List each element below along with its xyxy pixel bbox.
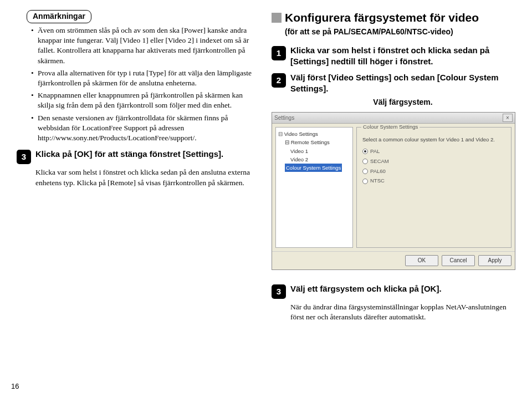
window-button-row: OK Cancel Apply xyxy=(272,251,515,269)
ok-button[interactable]: OK xyxy=(405,255,438,266)
right-step3-desc: När du ändrar dina färgsysteminställning… xyxy=(272,302,515,322)
left-step3-desc: Klicka var som helst i fönstret och klic… xyxy=(17,167,255,187)
tree-node-video-settings[interactable]: Video Settings xyxy=(278,130,350,138)
left-step3: 3 Klicka på [OK] för att stänga fönstret… xyxy=(17,149,255,164)
page-number: 16 xyxy=(11,381,19,391)
radio-secam[interactable]: SECAM xyxy=(362,158,505,165)
window-title: Settings xyxy=(274,114,503,122)
section-subtitle: (för att se på PAL/SECAM/PAL60/NTSC-vide… xyxy=(285,27,515,37)
settings-window: Settings × Video Settings ⊟ Remote Setti… xyxy=(272,112,515,270)
note-bullet: Prova alla alternativen för typ i ruta [… xyxy=(32,68,255,88)
settings-tree[interactable]: Video Settings ⊟ Remote Settings Video 1… xyxy=(275,127,353,248)
note-bullet: Knappnamnen eller knappnumren på fjärrko… xyxy=(32,90,255,110)
tree-node-remote-settings[interactable]: ⊟ Remote Settings xyxy=(285,139,330,145)
left-column: Anmärkningar Även om strömmen slås på oc… xyxy=(17,10,255,327)
tree-node-colour-system[interactable]: Colour System Settings xyxy=(285,164,342,172)
section-square-icon xyxy=(272,13,282,23)
note-bullet: Även om strömmen slås på och av som den … xyxy=(32,26,255,66)
step-text: Välj ett färgsystem och klicka på [OK]. xyxy=(290,283,515,294)
radio-icon xyxy=(362,159,368,164)
colour-system-group: Colour System Settings Select a common c… xyxy=(356,127,511,248)
right-step1: 1 Klicka var som helst i fönstret och kl… xyxy=(272,45,515,67)
group-description: Select a common colour system for Video … xyxy=(362,136,505,144)
step2-subtext: Välj färgsystem. xyxy=(290,97,515,108)
radio-icon xyxy=(362,179,368,184)
step-text: Klicka på [OK] för att stänga fönstret [… xyxy=(35,149,255,160)
note-bullets: Även om strömmen slås på och av som den … xyxy=(17,26,255,143)
apply-button[interactable]: Apply xyxy=(478,255,511,266)
radio-icon xyxy=(362,149,368,154)
section-title: Konfigurera färgsystemet för video xyxy=(285,10,479,26)
right-step3: 3 Välj ett färgsystem och klicka på [OK]… xyxy=(272,283,515,299)
group-label: Colour System Settings xyxy=(361,124,420,131)
window-titlebar: Settings × xyxy=(272,113,515,124)
radio-pal[interactable]: PAL xyxy=(362,148,505,155)
close-icon[interactable]: × xyxy=(503,114,513,122)
radio-pal60[interactable]: PAL60 xyxy=(362,168,505,175)
step-number-badge: 3 xyxy=(272,284,286,299)
radio-ntsc[interactable]: NTSC xyxy=(362,177,505,185)
section-heading: Konfigurera färgsystemet för video xyxy=(272,10,515,26)
step-text: Klicka var som helst i fönstret och klic… xyxy=(290,45,515,67)
right-step2: 2 Välj först [Video Settings] och sedan … xyxy=(272,72,515,94)
step-number-badge: 3 xyxy=(17,150,31,164)
radio-icon xyxy=(362,169,368,174)
tree-node-video2[interactable]: Video 2 xyxy=(278,155,350,164)
right-column: Konfigurera färgsystemet för video (för … xyxy=(272,10,515,327)
note-badge: Anmärkningar xyxy=(27,10,91,23)
step-number-badge: 2 xyxy=(272,73,286,88)
tree-node-video1[interactable]: Video 1 xyxy=(278,147,350,155)
step-text: Välj först [Video Settings] och sedan [C… xyxy=(290,72,515,94)
step-number-badge: 1 xyxy=(272,46,286,60)
cancel-button[interactable]: Cancel xyxy=(442,255,475,266)
note-bullet: Den senaste versionen av fjärrkontrollda… xyxy=(32,113,255,144)
